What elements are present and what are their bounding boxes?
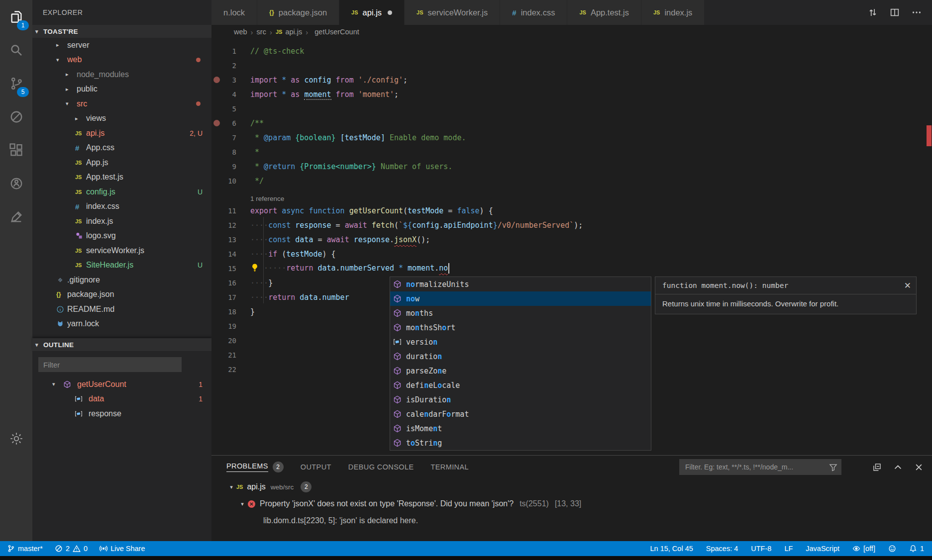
breadcrumb-item-api-js[interactable]: JSapi.js: [276, 28, 302, 36]
activity-item-debug[interactable]: [0, 100, 32, 133]
tree-item-serviceworker-js[interactable]: JSserviceWorker.js: [32, 243, 211, 258]
tree-item-app-test-js[interactable]: JSApp.test.js: [32, 170, 211, 185]
tree-item--gitignore[interactable]: .gitignore: [32, 273, 211, 287]
suggest-item-duration[interactable]: duration: [390, 349, 651, 364]
code-line-11[interactable]: 11export async function getUserCount(tes…: [211, 203, 925, 218]
tree-item-app-js[interactable]: JSApp.js: [32, 155, 211, 170]
tab-index-css[interactable]: #index.css: [500, 0, 567, 25]
tree-item-src[interactable]: ▾src: [32, 96, 211, 111]
code-line-10[interactable]: 10 */: [211, 174, 925, 188]
tree-item-node-modules[interactable]: ▸node_modules: [32, 67, 211, 82]
outline-item-response[interactable]: response: [32, 406, 211, 421]
suggest-item-tostring[interactable]: toString: [390, 436, 651, 450]
tree-item-siteheader-js[interactable]: JSSiteHeader.jsU: [32, 258, 211, 273]
status-eol[interactable]: LF: [784, 545, 793, 553]
problems-filter-input[interactable]: [684, 463, 829, 471]
suggest-item-version[interactable]: version: [390, 335, 651, 349]
activity-item-live-share[interactable]: [0, 167, 32, 200]
more-actions-button[interactable]: [908, 4, 925, 21]
suggest-item-monthsshort[interactable]: monthsShort: [390, 320, 651, 335]
outline-item-data[interactable]: data1: [32, 392, 211, 407]
status-git-branch[interactable]: master*: [7, 545, 43, 553]
code-line-4[interactable]: 4import * as moment from 'moment';: [211, 87, 925, 101]
activity-item-edit-tools[interactable]: [0, 200, 32, 233]
status-notifications[interactable]: 1: [909, 545, 924, 553]
collapse-all-button[interactable]: [869, 460, 884, 474]
code-line-12[interactable]: 12····const response = await fetch(`${co…: [211, 218, 925, 232]
code-line-8[interactable]: 8 *: [211, 145, 925, 159]
problem-related-row[interactable]: lib.dom.d.ts[2230, 5]: 'json' is declare…: [211, 512, 932, 529]
code-line-15[interactable]: 15········return data.numberServed * mom…: [211, 261, 925, 276]
activity-item-search[interactable]: [0, 33, 32, 67]
tab-index-js[interactable]: JSindex.js: [641, 0, 705, 25]
panel-tab-problems[interactable]: PROBLEMS2: [226, 456, 284, 478]
code-line-14[interactable]: 14····if (testMode) {: [211, 247, 925, 261]
tree-item-views[interactable]: ▸views: [32, 111, 211, 126]
tab-api-js[interactable]: JSapi.js: [339, 0, 405, 25]
suggest-item-normalizeunits[interactable]: normalizeUnits: [390, 277, 651, 291]
tree-item-yarn-lock[interactable]: yarn.lock: [32, 317, 211, 332]
status-problems-summary[interactable]: 20: [55, 545, 88, 553]
tree-item-config-js[interactable]: JSconfig.jsU: [32, 185, 211, 199]
tree-item-package-json[interactable]: {}package.json: [32, 287, 211, 302]
status-language-mode[interactable]: JavaScript: [806, 545, 839, 553]
status-live-share[interactable]: Live Share: [100, 545, 145, 553]
outline-filter-input[interactable]: [38, 357, 182, 372]
tab-app-test-js[interactable]: JSApp.test.js: [567, 0, 641, 25]
tree-item-app-css[interactable]: #App.css: [32, 141, 211, 156]
maximize-panel-button[interactable]: [890, 460, 905, 474]
activity-item-explorer[interactable]: 1: [0, 0, 32, 33]
tree-item-api-js[interactable]: JSapi.js2, U: [32, 126, 211, 141]
status-indentation[interactable]: Spaces: 4: [706, 545, 738, 553]
breadcrumb-item-getusercount[interactable]: getUserCount: [311, 28, 359, 36]
codelens[interactable]: 1 reference: [211, 188, 925, 203]
suggest-item-months[interactable]: months: [390, 306, 651, 320]
status-encoding[interactable]: UTF-8: [751, 545, 771, 553]
section-header-outline[interactable]: ▾ OUTLINE: [32, 338, 211, 351]
suggest-item-calendarformat[interactable]: calendarFormat: [390, 407, 651, 421]
close-icon[interactable]: ✕: [904, 280, 911, 291]
open-changes-button[interactable]: [864, 4, 881, 21]
close-panel-button[interactable]: [911, 460, 926, 474]
suggest-item-ismoment[interactable]: isMoment: [390, 421, 651, 436]
breadcrumb-item-src[interactable]: src: [257, 28, 266, 36]
outline-item-getusercount[interactable]: ▾getUserCount1: [32, 377, 211, 392]
breakpoint[interactable]: [213, 120, 220, 126]
problem-row[interactable]: ▾Property 'jsonX' does not exist on type…: [211, 495, 932, 512]
status-cursor-position[interactable]: Ln 15, Col 45: [650, 545, 693, 553]
status-screencast-mode[interactable]: [off]: [852, 545, 875, 553]
suggest-item-isduration[interactable]: isDuration: [390, 392, 651, 407]
breakpoint[interactable]: [213, 77, 220, 83]
tree-item-index-css[interactable]: #index.css: [32, 199, 211, 214]
panel-tab-terminal[interactable]: TERMINAL: [431, 456, 469, 478]
problem-file-row[interactable]: ▾JSapi.jsweb/src2: [211, 478, 932, 495]
tree-item-public[interactable]: ▸public: [32, 82, 211, 97]
section-header-project[interactable]: ▾ TOAST'RE: [32, 25, 211, 38]
code-line-6[interactable]: 6/**: [211, 116, 925, 130]
code-line-3[interactable]: 3import * as config from './config';: [211, 73, 925, 87]
code-line-1[interactable]: 1// @ts-check: [211, 44, 925, 58]
tree-item-index-js[interactable]: JSindex.js: [32, 214, 211, 229]
suggest-item-now[interactable]: now: [390, 291, 651, 306]
tab-n-lock[interactable]: n.lock: [211, 0, 257, 25]
suggest-item-parsezone[interactable]: parseZone: [390, 364, 651, 378]
panel-tab-debug-console[interactable]: DEBUG CONSOLE: [348, 456, 414, 478]
code-line-7[interactable]: 7 * @param {boolean} [testMode] Enable d…: [211, 130, 925, 145]
settings-gear-button[interactable]: [0, 427, 32, 451]
status-feedback[interactable]: [888, 545, 896, 553]
tab-package-json[interactable]: {}package.json: [257, 0, 339, 25]
lightbulb-icon[interactable]: [250, 263, 263, 274]
tree-item-web[interactable]: ▾web: [32, 53, 211, 68]
activity-item-extensions[interactable]: [0, 133, 32, 167]
split-editor-button[interactable]: [886, 4, 903, 21]
tab-serviceworker-js[interactable]: JSserviceWorker.js: [405, 0, 500, 25]
activity-item-source-control[interactable]: 5: [0, 67, 32, 100]
suggest-item-definelocale[interactable]: defineLocale: [390, 378, 651, 392]
panel-tab-output[interactable]: OUTPUT: [301, 456, 331, 478]
code-line-2[interactable]: 2: [211, 58, 925, 73]
breadcrumb-item-web[interactable]: web: [234, 28, 247, 36]
tree-item-readme-md[interactable]: README.md: [32, 302, 211, 317]
tree-item-logo-svg[interactable]: logo.svg: [32, 229, 211, 244]
tree-item-server[interactable]: ▸server: [32, 38, 211, 53]
code-line-5[interactable]: 5: [211, 101, 925, 116]
